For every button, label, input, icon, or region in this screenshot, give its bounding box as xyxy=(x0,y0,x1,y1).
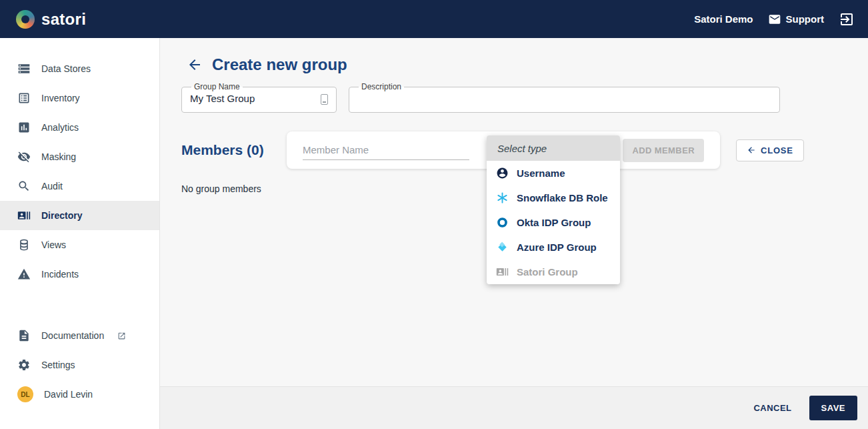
incidents-icon xyxy=(17,268,31,281)
cancel-button[interactable]: CANCEL xyxy=(753,403,791,413)
sidebar-item-label: Inventory xyxy=(41,93,80,103)
sidebar-item-label: Views xyxy=(41,240,66,250)
sidebar-item-audit[interactable]: Audit xyxy=(0,171,159,201)
arrow-left-icon xyxy=(747,145,756,155)
title-row: Create new group xyxy=(181,55,868,74)
azure-icon xyxy=(496,241,509,254)
gear-icon xyxy=(17,358,31,372)
snowflake-icon xyxy=(496,191,509,204)
description-label: Description xyxy=(359,82,404,91)
masking-icon xyxy=(17,150,31,163)
back-arrow-icon[interactable] xyxy=(187,57,203,73)
support-label: Support xyxy=(786,13,825,25)
group-name-field: Group Name xyxy=(181,82,337,113)
sidebar-item-views[interactable]: Views xyxy=(0,230,159,260)
sidebar-item-label: Audit xyxy=(41,181,63,191)
dropdown-option-label: Snowflake DB Role xyxy=(517,192,608,203)
member-type-dropdown: Select type Username Snowflake DB Role O… xyxy=(487,135,620,284)
logout-icon[interactable] xyxy=(839,11,855,27)
description-input[interactable] xyxy=(357,91,771,107)
add-member-button: ADD MEMBER xyxy=(623,139,704,162)
user-icon xyxy=(496,167,509,179)
save-button[interactable]: SAVE xyxy=(809,396,857,420)
close-button[interactable]: CLOSE xyxy=(736,139,804,161)
sidebar-item-documentation[interactable]: Documentation xyxy=(0,321,159,350)
sidebar-item-masking[interactable]: Masking xyxy=(0,142,159,171)
sidebar-item-label: Analytics xyxy=(41,122,79,133)
directory-icon xyxy=(17,209,31,222)
sidebar-spacer xyxy=(0,289,159,321)
footer-bar: CANCEL SAVE xyxy=(160,386,868,429)
sidebar-item-label: Incidents xyxy=(41,269,79,280)
sidebar-item-inventory[interactable]: Inventory xyxy=(0,83,159,113)
sidebar-item-label: Directory xyxy=(41,210,82,221)
inventory-icon xyxy=(17,91,31,105)
views-icon xyxy=(17,238,31,252)
okta-icon xyxy=(496,216,509,229)
page-title: Create new group xyxy=(212,55,347,74)
description-field: Description xyxy=(349,82,780,113)
brand-name: satori xyxy=(41,10,86,29)
sidebar-item-settings[interactable]: Settings xyxy=(0,350,159,380)
member-name-input[interactable] xyxy=(303,140,469,160)
members-heading: Members (0) xyxy=(181,142,287,158)
account-name: Satori Demo xyxy=(694,13,753,25)
dropdown-option-okta-idp-group[interactable]: Okta IDP Group xyxy=(487,210,620,235)
sidebar-item-analytics[interactable]: Analytics xyxy=(0,113,159,142)
satori-logo-icon xyxy=(16,10,35,29)
satori-brand: satori xyxy=(16,10,86,29)
group-name-label: Group Name xyxy=(191,82,243,91)
dropdown-option-satori-group: Satori Group xyxy=(487,260,620,284)
external-link-icon xyxy=(117,332,126,340)
sidebar-user[interactable]: DL David Levin xyxy=(0,380,159,409)
sidebar: Data Stores Inventory Analytics Masking … xyxy=(0,38,160,429)
dropdown-option-username[interactable]: Username xyxy=(487,161,620,185)
topbar: satori Satori Demo Support xyxy=(0,0,868,38)
analytics-icon xyxy=(17,121,31,134)
user-name: David Levin xyxy=(44,389,93,400)
support-link[interactable]: Support xyxy=(768,13,825,26)
group-name-input[interactable] xyxy=(190,91,317,107)
user-avatar: DL xyxy=(17,386,33,402)
sidebar-item-label: Documentation xyxy=(41,330,104,341)
dropdown-option-label: Azure IDP Group xyxy=(517,242,597,253)
document-icon xyxy=(17,329,31,342)
sidebar-item-label: Settings xyxy=(41,360,75,370)
dropdown-header: Select type xyxy=(487,135,620,161)
dropdown-option-label: Username xyxy=(517,167,565,179)
form-row: Group Name Description xyxy=(181,82,868,113)
close-button-label: CLOSE xyxy=(761,145,793,155)
dropdown-option-snowflake-db-role[interactable]: Snowflake DB Role xyxy=(487,185,620,210)
audit-icon xyxy=(17,179,31,193)
dropdown-option-label: Satori Group xyxy=(517,266,578,278)
sidebar-item-label: Data Stores xyxy=(41,63,91,74)
dropdown-option-azure-idp-group[interactable]: Azure IDP Group xyxy=(487,235,620,260)
sidebar-item-label: Masking xyxy=(41,151,76,162)
sidebar-item-directory[interactable]: Directory xyxy=(0,201,159,230)
topbar-right: Satori Demo Support xyxy=(694,11,855,27)
data-stores-icon xyxy=(17,62,31,75)
main-content: Create new group Group Name Description … xyxy=(160,38,868,429)
dropdown-option-label: Okta IDP Group xyxy=(517,217,591,228)
satori-group-icon xyxy=(496,266,509,278)
input-adornment-icon xyxy=(321,94,328,105)
sidebar-item-incidents[interactable]: Incidents xyxy=(0,260,159,289)
sidebar-item-data-stores[interactable]: Data Stores xyxy=(0,54,159,83)
mail-icon xyxy=(768,13,781,26)
